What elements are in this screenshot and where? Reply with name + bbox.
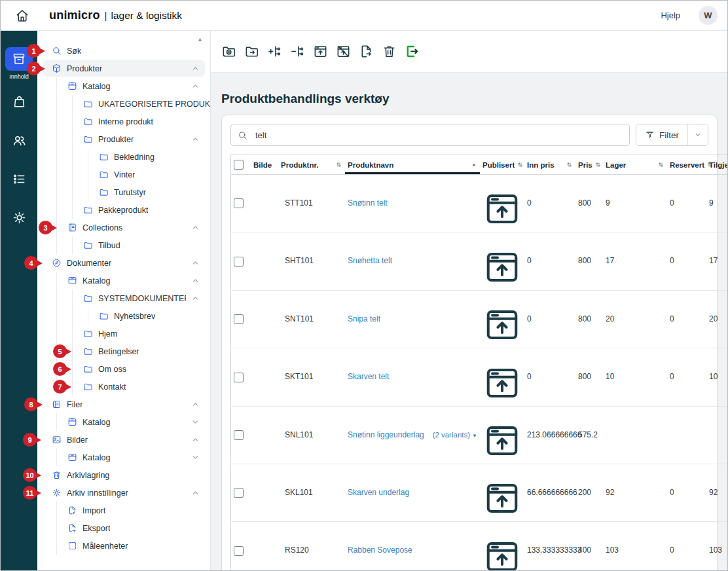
row-checkbox[interactable] bbox=[234, 314, 244, 324]
nav-item-om-oss[interactable]: Om oss6 bbox=[37, 360, 210, 378]
sort-icon[interactable] bbox=[335, 161, 342, 168]
nav-item-vinter[interactable]: Vinter bbox=[37, 166, 210, 183]
published-icon[interactable] bbox=[482, 421, 522, 460]
nav-item-katalog[interactable]: Katalog bbox=[37, 449, 210, 466]
add-folder-icon[interactable] bbox=[221, 44, 236, 59]
rail-item-innhold[interactable]: Innhold bbox=[5, 47, 33, 80]
nav-item-collections[interactable]: Collections3 bbox=[37, 219, 210, 236]
nav-item-bilder[interactable]: Bilder9 bbox=[37, 431, 210, 449]
filter-dropdown-caret[interactable] bbox=[688, 124, 708, 145]
row-checkbox[interactable] bbox=[234, 430, 244, 440]
nav-item-ukategoriserte-produkt[interactable]: UKATEGORISERTE PRODUKT bbox=[37, 95, 210, 113]
sort-icon[interactable] bbox=[594, 161, 602, 168]
nav-item-hjem[interactable]: Hjem bbox=[37, 325, 210, 342]
product-link[interactable]: Snøhetta telt bbox=[348, 255, 392, 267]
column-label[interactable]: Lager bbox=[606, 161, 626, 169]
published-icon[interactable] bbox=[482, 248, 522, 287]
product-link[interactable]: Rabben Sovepose bbox=[348, 545, 412, 556]
product-link[interactable]: Snøtinn liggeunderlag bbox=[348, 430, 424, 441]
chevron-up-icon[interactable] bbox=[191, 82, 200, 90]
nav-item-m-leenheter[interactable]: Måleenheter bbox=[37, 537, 210, 555]
bullet-list-icon[interactable] bbox=[12, 172, 27, 187]
published-icon[interactable] bbox=[482, 189, 522, 229]
nav-item-pakkeprodukt[interactable]: Pakkeprodukt bbox=[37, 201, 210, 219]
select-all-checkbox[interactable] bbox=[234, 160, 244, 170]
product-link[interactable]: Snipa telt bbox=[348, 314, 380, 325]
chevron-up-icon[interactable] bbox=[191, 488, 200, 497]
publish-icon[interactable] bbox=[313, 44, 328, 59]
nav-item-interne-produkt[interactable]: Interne produkt bbox=[37, 113, 210, 130]
search-input[interactable] bbox=[254, 130, 623, 141]
nav-item-katalog[interactable]: Katalog bbox=[37, 413, 210, 431]
chevron-up-icon[interactable] bbox=[191, 223, 200, 232]
sorted-ascending-icon[interactable] bbox=[471, 162, 477, 168]
column-label[interactable]: Inn pris bbox=[527, 161, 555, 169]
users-icon[interactable] bbox=[12, 133, 27, 148]
chevron-up-icon[interactable] bbox=[191, 64, 200, 73]
product-link[interactable]: Skarven telt bbox=[348, 371, 389, 382]
chevron-up-icon[interactable] bbox=[191, 400, 200, 409]
nav-item-import[interactable]: Import bbox=[37, 502, 210, 519]
column-label[interactable]: Produktnavn bbox=[348, 161, 393, 169]
row-checkbox[interactable] bbox=[234, 373, 244, 382]
published-icon[interactable] bbox=[482, 479, 522, 518]
column-label[interactable]: Pris bbox=[578, 161, 592, 169]
product-link[interactable]: Snøtinn telt bbox=[348, 198, 388, 209]
nav-item-arkivlagring[interactable]: Arkivlagring10 bbox=[37, 466, 210, 484]
sort-icon[interactable] bbox=[657, 161, 664, 168]
nav-item-turutstyr[interactable]: Turutstyr bbox=[37, 183, 210, 201]
nav-item-kontakt[interactable]: Kontakt7 bbox=[37, 378, 210, 396]
export-exit-icon[interactable] bbox=[405, 44, 420, 59]
home-icon[interactable] bbox=[14, 8, 30, 24]
nav-item-nyhetsbrev[interactable]: Nyhetsbrev bbox=[37, 307, 210, 325]
row-checkbox[interactable] bbox=[234, 488, 244, 498]
delete-icon[interactable] bbox=[382, 44, 397, 59]
help-link[interactable]: Hjelp bbox=[657, 10, 684, 21]
chevron-up-icon[interactable] bbox=[191, 135, 200, 143]
nav-item-s-k[interactable]: Søk1 bbox=[37, 42, 210, 60]
nav-item-bekledning[interactable]: Bekledning bbox=[37, 148, 210, 166]
chevron-up-icon[interactable] bbox=[191, 276, 200, 285]
user-avatar[interactable]: W bbox=[699, 6, 718, 25]
unpublish-icon[interactable] bbox=[336, 44, 351, 59]
chevron-down-icon[interactable] bbox=[191, 453, 200, 462]
cell-select bbox=[231, 522, 251, 571]
move-folder-icon[interactable] bbox=[244, 44, 259, 59]
chevron-up-icon[interactable] bbox=[191, 294, 200, 303]
gear-icon[interactable] bbox=[12, 210, 27, 225]
column-label[interactable]: Reservert bbox=[670, 161, 704, 169]
chevron-up-icon[interactable] bbox=[191, 435, 200, 444]
row-checkbox[interactable] bbox=[234, 546, 244, 556]
chevron-down-icon[interactable] bbox=[191, 418, 200, 426]
column-label[interactable]: Produktnr. bbox=[281, 161, 319, 169]
column-label[interactable]: Publisert bbox=[482, 161, 515, 169]
nav-item-katalog[interactable]: Katalog bbox=[37, 77, 210, 95]
nav-item-arkiv-innstillinger[interactable]: Arkiv innstillinger11 bbox=[37, 484, 210, 502]
sort-icon[interactable] bbox=[566, 161, 573, 168]
product-link[interactable]: Skarven underlag bbox=[348, 487, 409, 498]
shopping-bag-icon[interactable] bbox=[12, 94, 27, 109]
nav-item-betingelser[interactable]: Betingelser5 bbox=[37, 342, 210, 360]
nav-item-eksport[interactable]: Eksport bbox=[37, 519, 210, 537]
column-label[interactable]: Tilgjengelig bbox=[709, 161, 728, 169]
duplicate-page-icon[interactable] bbox=[359, 44, 374, 59]
row-checkbox[interactable] bbox=[234, 198, 244, 208]
published-icon[interactable] bbox=[482, 305, 522, 344]
filter-button[interactable]: Filter bbox=[636, 124, 688, 145]
nav-item-tilbud[interactable]: Tilbud bbox=[37, 236, 210, 254]
nav-item-produkter[interactable]: Produkter2 bbox=[37, 60, 210, 77]
nav-item-label: Turutstyr bbox=[114, 188, 146, 197]
variants-toggle[interactable]: (2 variants)▼ bbox=[433, 430, 477, 441]
row-checkbox[interactable] bbox=[234, 257, 244, 267]
published-icon[interactable] bbox=[482, 363, 522, 403]
add-variant-node-icon[interactable] bbox=[267, 44, 282, 59]
nav-item-dokumenter[interactable]: Dokumenter4 bbox=[37, 254, 210, 272]
nav-item-filer[interactable]: Filer8 bbox=[37, 396, 210, 413]
remove-variant-node-icon[interactable] bbox=[290, 44, 305, 59]
nav-item-produkter[interactable]: Produkter bbox=[37, 130, 210, 148]
chevron-up-icon[interactable] bbox=[191, 259, 200, 267]
published-icon[interactable] bbox=[482, 537, 522, 571]
nav-item-katalog[interactable]: Katalog bbox=[37, 272, 210, 289]
nav-item-systemdokumenter[interactable]: SYSTEMDOKUMENTER bbox=[37, 289, 210, 307]
sort-icon[interactable] bbox=[517, 161, 524, 168]
